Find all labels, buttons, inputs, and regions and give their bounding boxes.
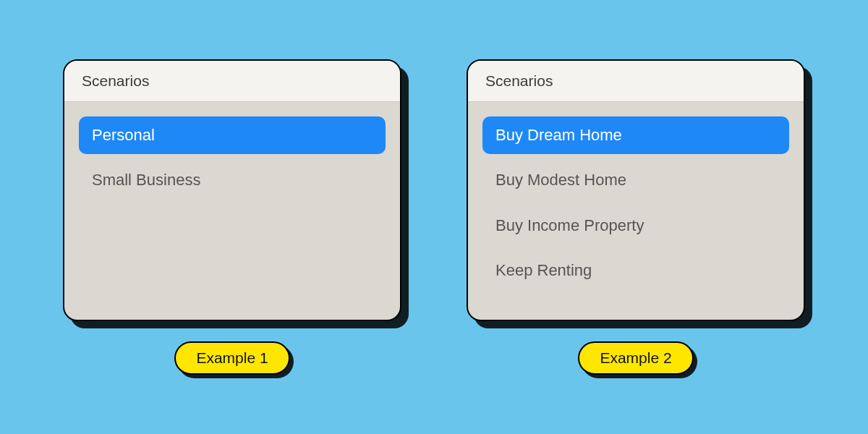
scenarios-panel-1: Scenarios Personal Small Business (63, 59, 401, 321)
scenario-item-small-business[interactable]: Small Business (79, 161, 386, 199)
scenario-item-personal[interactable]: Personal (79, 116, 386, 154)
scenario-item-buy-modest-home[interactable]: Buy Modest Home (482, 161, 789, 199)
example-badge-2: Example 2 (578, 341, 693, 375)
panel-header: Scenarios (64, 61, 400, 102)
scenario-item-buy-dream-home[interactable]: Buy Dream Home (482, 116, 789, 154)
panel-body: Buy Dream Home Buy Modest Home Buy Incom… (468, 102, 804, 305)
panel-header: Scenarios (468, 61, 804, 102)
example-badge-1: Example 1 (174, 341, 289, 375)
example-2: Scenarios Buy Dream Home Buy Modest Home… (467, 59, 805, 375)
panel-body: Personal Small Business (64, 102, 400, 214)
scenarios-panel-2: Scenarios Buy Dream Home Buy Modest Home… (467, 59, 805, 321)
example-1: Scenarios Personal Small Business Exampl… (63, 59, 401, 375)
scenario-item-buy-income-property[interactable]: Buy Income Property (482, 207, 789, 244)
scenario-item-keep-renting[interactable]: Keep Renting (482, 252, 789, 289)
